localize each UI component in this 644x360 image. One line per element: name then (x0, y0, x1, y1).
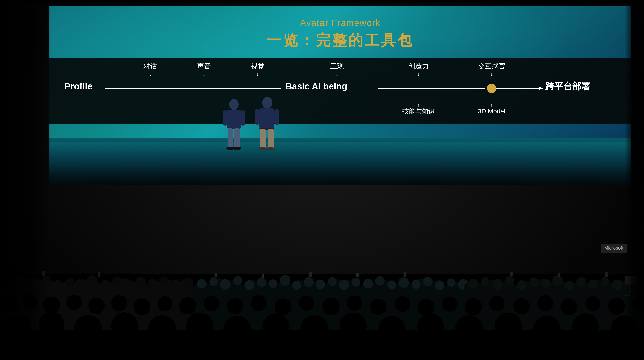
svg-point-26 (87, 275, 98, 286)
svg-point-102 (370, 298, 386, 315)
svg-point-58 (447, 278, 456, 287)
svg-point-67 (492, 279, 503, 289)
framework-diagram: 对话 ↓ 声音 ↓ 视觉 ↓ 三观 ↓ 创造力 ↓ 交互感官 ↓ Profile… (49, 58, 631, 124)
svg-point-46 (304, 277, 314, 287)
svg-point-23 (52, 280, 62, 290)
diagram-band: 对话 ↓ 声音 ↓ 视觉 ↓ 三观 ↓ 创造力 ↓ 交互感官 ↓ Profile… (49, 58, 631, 124)
svg-rect-80 (510, 272, 512, 276)
label-jiaohuganguan: 交互感官 (478, 62, 505, 70)
svg-point-70 (529, 277, 539, 287)
arrow-jiaohuganguan: ↓ (490, 71, 493, 77)
svg-point-103 (394, 296, 410, 312)
label-chuangzaoli: 创造力 (408, 62, 429, 70)
arrow-3d-up: ↑ (490, 102, 493, 108)
svg-point-65 (468, 279, 478, 288)
svg-rect-14 (268, 129, 274, 149)
screen-glow (49, 142, 631, 174)
node-profile: Profile (64, 81, 92, 91)
svg-point-106 (465, 298, 482, 315)
svg-point-96 (227, 298, 243, 314)
svg-rect-81 (558, 273, 560, 277)
slide-title-chinese: 一览：完整的工具包 (49, 31, 631, 50)
svg-point-75 (588, 280, 598, 289)
arrow-sanguan: ↓ (336, 71, 338, 77)
svg-rect-82 (605, 272, 608, 277)
svg-point-90 (88, 298, 105, 314)
svg-point-25 (76, 279, 86, 288)
vignette-left (0, 0, 52, 360)
label-sanguan: 三观 (330, 62, 344, 70)
svg-point-109 (537, 295, 553, 311)
svg-rect-60 (215, 273, 218, 277)
slide-title-english: Avatar Framework (49, 18, 631, 28)
svg-point-95 (204, 296, 219, 311)
svg-point-50 (352, 278, 360, 287)
svg-point-37 (197, 279, 206, 288)
presenter-left (221, 98, 247, 150)
slide-title-area: Avatar Framework 一览：完整的工具包 (49, 18, 631, 50)
svg-point-107 (489, 296, 505, 311)
svg-point-31 (148, 279, 157, 288)
svg-point-38 (209, 277, 218, 286)
svg-point-7 (233, 147, 241, 150)
svg-point-34 (184, 278, 192, 287)
svg-point-29 (124, 280, 133, 289)
svg-rect-4 (228, 128, 233, 148)
svg-point-33 (171, 279, 181, 289)
svg-point-98 (274, 298, 291, 315)
label-jineng: 技能与知识 (402, 108, 435, 115)
svg-rect-63 (356, 273, 359, 277)
svg-point-91 (111, 295, 127, 311)
svg-point-42 (257, 277, 266, 287)
arrow-shijue: ↓ (256, 71, 259, 77)
svg-point-89 (66, 295, 82, 310)
label-3d-model: 3D Model (478, 108, 505, 115)
svg-point-0 (229, 99, 239, 110)
arrow-shengyin: ↓ (203, 71, 206, 77)
presentation-screen: Avatar Framework 一览：完整的工具包 对话 ↓ 声音 ↓ 视觉 … (49, 6, 631, 143)
label-shijue: 视觉 (251, 62, 264, 70)
svg-point-110 (560, 298, 577, 315)
svg-point-41 (244, 280, 254, 290)
svg-point-54 (398, 277, 409, 288)
svg-point-51 (363, 279, 373, 289)
svg-rect-11 (254, 109, 260, 125)
svg-point-111 (586, 296, 600, 311)
svg-point-92 (133, 298, 150, 315)
svg-point-101 (347, 295, 362, 311)
svg-point-24 (66, 278, 74, 286)
svg-rect-62 (309, 272, 312, 277)
svg-point-15 (258, 147, 267, 150)
svg-point-16 (266, 147, 275, 150)
svg-point-77 (612, 280, 622, 290)
svg-point-49 (339, 280, 349, 290)
presenter-right (253, 97, 281, 150)
svg-rect-13 (260, 129, 266, 149)
watermark-text: Microsoft (604, 245, 624, 251)
node-basic-ai: Basic AI being (286, 81, 347, 91)
svg-point-53 (388, 280, 396, 289)
svg-point-48 (328, 277, 336, 286)
svg-rect-36 (98, 272, 100, 277)
arrow-jineng-up: ↑ (417, 102, 420, 108)
svg-point-97 (251, 295, 266, 311)
svg-rect-12 (274, 109, 280, 125)
svg-point-28 (112, 277, 122, 286)
svg-rect-1 (227, 110, 241, 129)
svg-point-55 (412, 280, 420, 289)
svg-point-74 (576, 277, 586, 287)
svg-rect-131 (0, 330, 644, 360)
vignette-right (625, 0, 644, 360)
svg-point-56 (423, 277, 432, 286)
svg-point-71 (542, 279, 550, 288)
svg-rect-3 (240, 110, 245, 125)
svg-point-99 (299, 295, 314, 311)
svg-point-104 (418, 299, 434, 316)
svg-point-76 (601, 277, 609, 286)
arrow-duihua: ↓ (149, 71, 152, 77)
label-shengyin: 声音 (197, 62, 211, 70)
svg-point-30 (136, 277, 146, 287)
watermark-box: Microsoft (601, 244, 627, 253)
svg-point-43 (269, 279, 277, 288)
label-duihua: 对话 (144, 62, 157, 70)
